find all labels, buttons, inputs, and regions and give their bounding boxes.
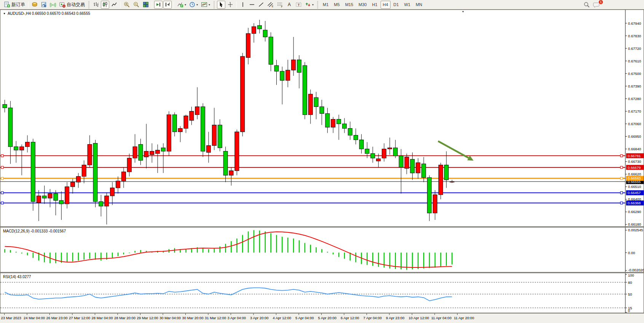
rsi-label: RSI(14) 43.0277 (3, 275, 31, 279)
svg-text:4 Apr 12:00: 4 Apr 12:00 (273, 316, 292, 320)
auto-scroll-icon (155, 2, 161, 8)
macd-canvas[interactable]: 0.0025450.00-0.002026 (0, 228, 644, 272)
equidistant-channel-sub: E (272, 5, 274, 8)
toolbar-separator (174, 2, 174, 8)
timeframe-button-M5[interactable]: M5 (332, 1, 342, 9)
text-label-tool-button[interactable]: T (294, 1, 303, 9)
timeframe-button-M30[interactable]: M30 (356, 1, 369, 9)
cursor-icon (218, 2, 224, 8)
auto-scroll-button[interactable] (154, 1, 163, 9)
svg-text:0.66840: 0.66840 (628, 147, 641, 151)
svg-text:10 Apr 12:00: 10 Apr 12:00 (409, 316, 429, 320)
fibonacci-tool-button[interactable]: F (276, 1, 284, 9)
svg-text:3 Apr 20:00: 3 Apr 20:00 (250, 316, 269, 320)
rsi-axis[interactable]: 1008050150 (625, 273, 634, 313)
time-axis-canvas: 23 Mar 202324 Mar 04:0026 Mar 23:0027 Ma… (0, 313, 644, 323)
trendline-tool-button[interactable] (257, 1, 265, 9)
svg-text:28 Mar 04:00: 28 Mar 04:00 (92, 316, 113, 320)
svg-text:30 Mar 20:00: 30 Mar 20:00 (182, 316, 204, 320)
timeframe-button-W1[interactable]: W1 (402, 1, 413, 9)
market-watch-button[interactable] (30, 1, 39, 9)
templates-button[interactable]: ▾ (200, 1, 211, 9)
svg-text:31 Mar 12:00: 31 Mar 12:00 (205, 316, 226, 320)
macd-signal-line (5, 232, 452, 267)
notifications-button[interactable]: 1 (592, 1, 601, 9)
macd-indicator-panel[interactable]: 0.0025450.00-0.002026 MACD(12,26,9) -0.0… (0, 227, 644, 272)
main-chart-panel[interactable]: 0.679400.678300.677200.676100.675000.673… (0, 10, 644, 227)
zoom-in-button[interactable] (123, 1, 131, 9)
svg-text:0.002545: 0.002545 (628, 228, 643, 232)
svg-text:0.67170: 0.67170 (628, 109, 641, 113)
svg-text:0.66730: 0.66730 (628, 159, 641, 164)
rsi-canvas[interactable]: 1008050150 (0, 273, 644, 313)
trend-arrow-annotation[interactable] (438, 141, 473, 161)
chart-menu-marker-icon[interactable]: ▼ (3, 12, 6, 15)
chart-shift-marker-icon[interactable]: ▼ (462, 10, 464, 13)
toolbar-separator (152, 2, 152, 8)
svg-text:0.67500: 0.67500 (628, 72, 641, 76)
zoom-in-icon (124, 2, 130, 8)
text-tool-button[interactable]: A (285, 1, 293, 9)
templates-dropdown-caret[interactable]: ▾ (209, 3, 210, 6)
zoom-out-button[interactable] (132, 1, 141, 9)
toolbar-drag-handle (214, 1, 215, 8)
vertical-line-tool-button[interactable] (239, 1, 247, 9)
new-order-button[interactable]: 新订单 (3, 1, 26, 9)
svg-text:0.66180: 0.66180 (628, 222, 641, 226)
svg-text:11 Apr 04:00: 11 Apr 04:00 (431, 316, 451, 320)
equidistant-channel-tool-button[interactable]: E (266, 1, 275, 9)
arrows-tool-icon (305, 2, 311, 8)
rsi-indicator-panel[interactable]: 1008050150 RSI(14) 43.0277 (0, 273, 644, 313)
svg-text:23 Mar 2023: 23 Mar 2023 (1, 316, 21, 320)
crosshair-button[interactable] (226, 1, 234, 9)
price-chart-canvas[interactable]: 0.679400.678300.677200.676100.675000.673… (0, 10, 644, 226)
vertical-line-icon (240, 2, 245, 8)
svg-text:0.66368: 0.66368 (628, 201, 641, 205)
autotrading-button[interactable]: 自动交易 (58, 1, 86, 9)
chart-shift-button[interactable] (163, 1, 172, 9)
timeframe-button-H4[interactable]: H4 (381, 1, 391, 9)
arrows-dropdown-caret[interactable]: ▾ (312, 3, 314, 6)
horizontal-line-tool-button[interactable] (248, 1, 256, 9)
indicators-dropdown-caret[interactable]: ▾ (185, 3, 186, 6)
periods-button[interactable]: ▾ (188, 1, 199, 9)
price-axis[interactable]: 0.679400.678300.677200.676100.675000.673… (625, 10, 644, 226)
text-label-icon: T (295, 2, 302, 8)
timeframe-button-M15[interactable]: M15 (343, 1, 355, 9)
equidistant-channel-icon: E (267, 2, 274, 8)
chart-title-text: AUDUSD-,H4 0.66550 0.66570 0.66543 0.665… (8, 11, 90, 16)
cursor-button[interactable] (217, 1, 225, 9)
svg-text:0.66950: 0.66950 (628, 134, 641, 138)
periods-dropdown-caret[interactable]: ▾ (196, 3, 198, 6)
svg-text:0.67610: 0.67610 (628, 59, 641, 63)
svg-text:27 Mar 12:00: 27 Mar 12:00 (69, 316, 90, 320)
zoom-out-icon (133, 2, 140, 8)
bar-chart-button[interactable] (92, 1, 100, 9)
macd-axis[interactable]: 0.0025450.00-0.002026 (625, 228, 644, 272)
tile-windows-button[interactable] (142, 1, 150, 9)
arrows-tool-button[interactable]: ▾ (304, 1, 315, 9)
search-button[interactable] (582, 1, 591, 9)
svg-text:28 Mar 20:00: 28 Mar 20:00 (114, 316, 135, 320)
candlestick-chart-button[interactable] (101, 1, 109, 9)
text-tool-icon: A (288, 2, 291, 7)
signals-button[interactable] (49, 1, 57, 9)
rsi-line (5, 288, 452, 301)
time-axis[interactable]: 23 Mar 202324 Mar 04:0026 Mar 23:0027 Ma… (0, 313, 644, 323)
hline-0.66368[interactable] (0, 202, 625, 204)
timeframe-button-D1[interactable]: D1 (391, 1, 401, 9)
timeframe-button-MN[interactable]: MN (413, 1, 424, 9)
svg-text:0.67940: 0.67940 (628, 21, 641, 25)
svg-text:0.66457: 0.66457 (628, 191, 641, 195)
toolbar-separator (120, 2, 121, 8)
svg-text:0.67390: 0.67390 (628, 84, 641, 88)
navigator-button[interactable] (40, 1, 48, 9)
toolbar-drag-handle (317, 1, 318, 8)
indicators-button[interactable]: ▾ (176, 1, 187, 9)
timeframe-button-H1[interactable]: H1 (370, 1, 379, 9)
timeframe-button-M1[interactable]: M1 (320, 1, 331, 9)
svg-text:-0.002026: -0.002026 (628, 268, 644, 272)
line-chart-button[interactable] (110, 1, 118, 9)
toolbar: 新订单 自动交易 (0, 0, 644, 10)
line-chart-icon (111, 2, 117, 8)
